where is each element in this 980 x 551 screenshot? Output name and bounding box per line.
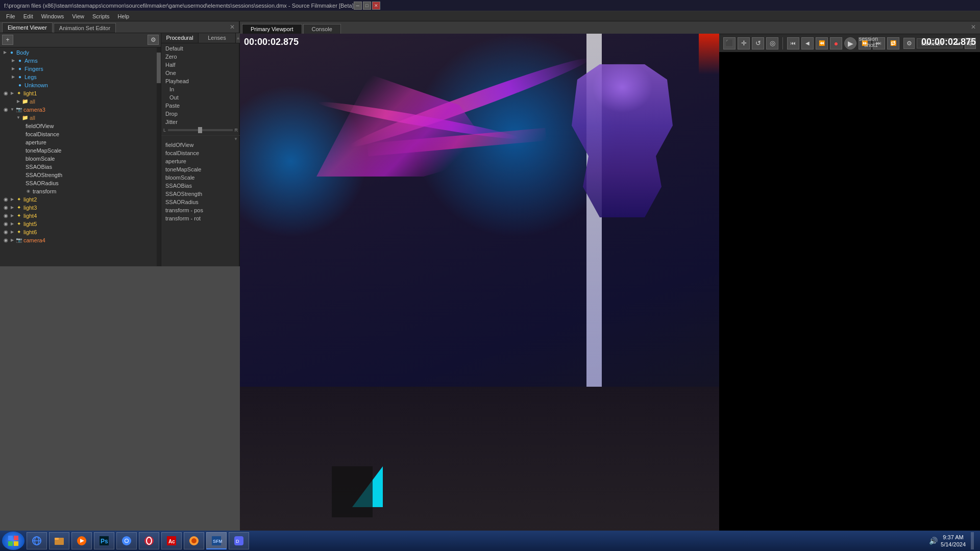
proc-one[interactable]: One <box>161 69 240 77</box>
taskbar-show-desktop[interactable] <box>971 532 974 549</box>
taskbar-acrobat[interactable]: Ac <box>161 532 182 549</box>
proc-ssaostrength[interactable]: SSAOStrength <box>161 190 240 198</box>
add-element-button[interactable]: + <box>2 35 13 45</box>
taskbar-sfm[interactable]: SFM <box>206 532 227 549</box>
proc-transform-rot[interactable]: transform - rot <box>161 214 240 222</box>
taskbar-discord[interactable]: D <box>229 532 249 549</box>
tree-item-aperture[interactable]: aperture <box>0 138 157 146</box>
menu-edit[interactable]: Edit <box>19 12 37 20</box>
tree-item-arms[interactable]: ▶ ● Arms <box>0 57 157 65</box>
proc-default[interactable]: Default <box>161 44 240 53</box>
taskbar-volume-icon[interactable]: 🔊 <box>929 537 938 545</box>
proc-scroll-btn[interactable]: ▼ <box>234 137 238 141</box>
tab-animation-set-editor[interactable]: Animation Set Editor <box>54 23 116 33</box>
proc-out[interactable]: Out <box>161 93 240 102</box>
tree-item-tonemap[interactable]: toneMapScale <box>0 146 157 155</box>
tree-item-all-light1[interactable]: ▶ 📁 all <box>0 97 157 106</box>
tree-item-light4[interactable]: ◉ ▶ ✦ light4 <box>0 212 157 220</box>
tree-item-unknown[interactable]: ● Unknown <box>0 81 157 89</box>
expand-light1[interactable]: ▶ <box>9 90 15 96</box>
proc-zero[interactable]: Zero <box>161 53 240 61</box>
ctrl-select-button[interactable]: ⬛ <box>723 37 736 49</box>
proc-transform-pos[interactable]: transform - pos <box>161 206 240 214</box>
ctrl-play-button[interactable]: ▶ <box>844 37 856 49</box>
eye-light1[interactable]: ◉ <box>2 90 9 97</box>
proc-paste[interactable]: Paste <box>161 102 240 110</box>
tree-item-light1[interactable]: ◉ ▶ ✦ light1 <box>0 89 157 97</box>
menu-windows[interactable]: Windows <box>37 12 68 20</box>
expand-body[interactable]: ▶ <box>2 49 8 56</box>
taskbar-explorer[interactable] <box>49 532 69 549</box>
tree-item-ssaostrength[interactable]: SSAOStrength <box>0 171 157 179</box>
eye-camera4[interactable]: ◉ <box>2 237 9 244</box>
proc-aperture[interactable]: aperture <box>161 157 240 165</box>
eye-light6[interactable]: ◉ <box>2 229 9 236</box>
ctrl-focus-button[interactable]: ◎ <box>766 37 778 49</box>
tree-item-light3[interactable]: ◉ ▶ ✦ light3 <box>0 204 157 212</box>
ctrl-prev-key[interactable]: ⏪ <box>816 37 828 49</box>
minimize-button[interactable]: ─ <box>354 2 362 10</box>
menu-help[interactable]: Help <box>114 12 134 20</box>
expand-legs[interactable]: ▶ <box>10 74 16 80</box>
ctrl-record-button[interactable]: ● <box>830 37 842 49</box>
proc-drop[interactable]: Drop <box>161 110 240 118</box>
tree-item-fingers[interactable]: ▶ ● Fingers <box>0 65 157 73</box>
viewport-close[interactable]: ✕ <box>971 23 976 31</box>
tree-item-ssaoradius[interactable]: SSAORadius <box>0 179 157 187</box>
eye-camera3[interactable]: ◉ <box>2 106 9 113</box>
menu-file[interactable]: File <box>2 12 19 20</box>
expand-all-camera3[interactable]: ▼ <box>15 115 21 121</box>
expand-camera3[interactable]: ▼ <box>9 107 15 113</box>
maximize-button[interactable]: □ <box>363 2 371 10</box>
proc-fieldofview[interactable]: fieldOfView <box>161 141 240 149</box>
eye-light4[interactable]: ◉ <box>2 212 9 219</box>
tree-item-body[interactable]: ▶ ● Body <box>0 48 157 57</box>
tab-primary-viewport[interactable]: Primary Viewport <box>242 24 302 34</box>
expand-light4[interactable]: ▶ <box>9 213 15 219</box>
tree-item-legs[interactable]: ▶ ● Legs <box>0 73 157 81</box>
menu-view[interactable]: View <box>68 12 88 20</box>
expand-camera4[interactable]: ▶ <box>9 237 15 243</box>
proc-ssaoradius[interactable]: SSAORadius <box>161 198 240 206</box>
proc-jitter[interactable]: Jitter <box>161 118 240 126</box>
tree-item-camera4[interactable]: ◉ ▶ 📷 camera4 <box>0 236 157 244</box>
eye-transform[interactable]: ◉ <box>24 188 32 195</box>
tab-console[interactable]: Console <box>303 24 341 34</box>
taskbar-firefox[interactable] <box>184 532 204 549</box>
tab-procedural[interactable]: Procedural <box>161 33 199 43</box>
proc-bloomscale[interactable]: bloomScale <box>161 173 240 182</box>
taskbar-start[interactable] <box>2 532 24 550</box>
tree-item-all-camera3[interactable]: ▼ 📁 all <box>0 114 157 122</box>
tree-item-light2[interactable]: ◉ ▶ ✦ light2 <box>0 195 157 204</box>
tab-lenses[interactable]: Lenses <box>199 33 236 43</box>
tree-item-focal[interactable]: focalDistance <box>0 130 157 138</box>
ctrl-move-button[interactable]: ✛ <box>738 37 750 49</box>
left-panel-close[interactable]: ✕ <box>230 23 235 31</box>
proc-playhead[interactable]: Playhead <box>161 77 240 85</box>
proc-half[interactable]: Half <box>161 61 240 69</box>
tab-element-viewer[interactable]: Element Viewer <box>2 22 53 33</box>
eye-light3[interactable]: ◉ <box>2 204 9 211</box>
eye-light5[interactable]: ◉ <box>2 220 9 228</box>
expand-light6[interactable]: ▶ <box>9 229 15 235</box>
taskbar-opera[interactable] <box>139 532 159 549</box>
expand-arms[interactable]: ▶ <box>10 58 16 64</box>
expand-light5[interactable]: ▶ <box>9 221 15 227</box>
tree-item-transform[interactable]: ◉ transform <box>0 187 157 195</box>
ctrl-rotate-button[interactable]: ↺ <box>752 37 764 49</box>
ctrl-loop-button[interactable]: 🔁 <box>887 37 899 49</box>
proc-slider[interactable] <box>168 129 232 131</box>
taskbar-wmp[interactable] <box>71 532 92 549</box>
expand-light2[interactable]: ▶ <box>9 196 15 203</box>
proc-tonemapscale[interactable]: toneMapScale <box>161 165 240 173</box>
element-settings-button[interactable]: ⚙ <box>148 35 159 45</box>
expand-light3[interactable]: ▶ <box>9 205 15 211</box>
ctrl-prev-frame[interactable]: ◀ <box>801 37 814 49</box>
taskbar-ie[interactable] <box>27 532 47 549</box>
element-tree-vscroll[interactable] <box>157 47 161 266</box>
tree-item-camera3[interactable]: ◉ ▼ 📷 camera3 <box>0 106 157 114</box>
slider-thumb[interactable] <box>198 127 202 133</box>
eye-light2[interactable]: ◉ <box>2 196 9 203</box>
procedural-scroll-up[interactable]: ▲ <box>236 33 240 43</box>
ctrl-prev-end[interactable]: ⏮ <box>787 37 799 49</box>
